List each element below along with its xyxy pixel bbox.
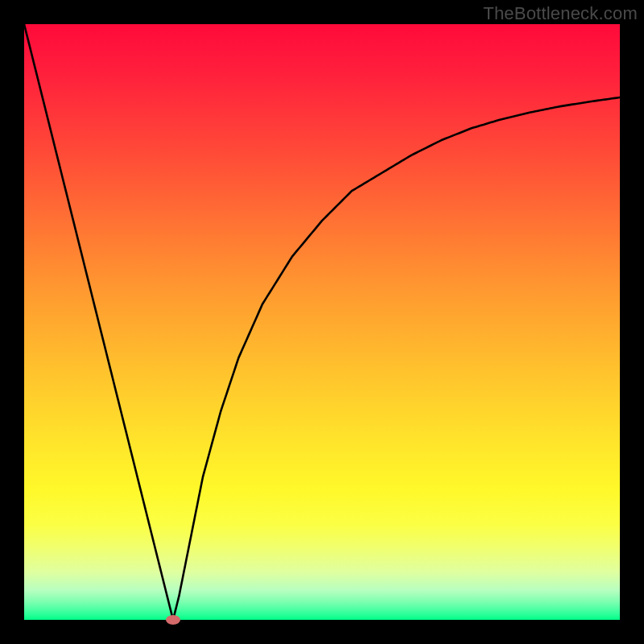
curve-svg: [24, 24, 620, 620]
bottleneck-curve: [24, 24, 620, 620]
plot-area: [24, 24, 620, 620]
minimum-marker: [166, 615, 180, 625]
chart-frame: TheBottleneck.com: [0, 0, 644, 644]
watermark-text: TheBottleneck.com: [483, 3, 638, 24]
